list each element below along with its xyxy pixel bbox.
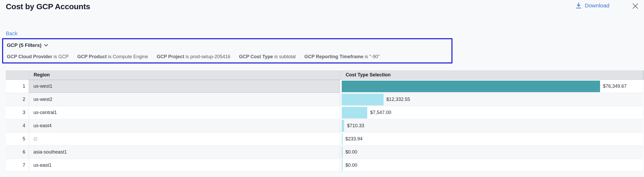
cost-value: $233.94 xyxy=(345,136,363,142)
cost-bar xyxy=(342,146,343,158)
table-header-row: Region Cost Type Selection xyxy=(6,70,643,80)
filter-item-project: GCP Project is prod-setup-205416 xyxy=(157,54,230,60)
scrollbar-corner xyxy=(643,70,644,80)
cost-value: $12,332.55 xyxy=(386,97,410,102)
cost-bar xyxy=(342,81,600,92)
row-number-column-header xyxy=(6,70,29,80)
cost-cell[interactable]: $76,349.67 xyxy=(340,80,643,93)
cost-bar xyxy=(342,120,344,132)
row-number-cell: 6 xyxy=(6,146,29,159)
region-cell[interactable]: ∅ xyxy=(29,132,340,145)
row-number-cell: 3 xyxy=(6,106,29,119)
download-icon xyxy=(576,2,582,9)
filter-item-cloud-provider: GCP Cloud Provider is GCP xyxy=(7,54,69,60)
close-button[interactable] xyxy=(631,2,640,11)
cost-bar xyxy=(342,107,367,119)
table-row: 4 us-east4 $710.33 xyxy=(6,119,643,132)
filter-item-product: GCP Product is Compute Engine xyxy=(77,54,148,60)
cost-column-header[interactable]: Cost Type Selection xyxy=(340,70,643,80)
cost-value: $7,547.00 xyxy=(370,110,391,115)
table-row: 3 us-central1 $7,547.00 xyxy=(6,106,643,119)
page-title: Cost by GCP Accounts xyxy=(6,2,90,11)
region-column-header[interactable]: Region xyxy=(29,70,340,80)
filter-items: GCP Cloud Provider is GCP GCP Product is… xyxy=(7,54,380,60)
row-number-cell: 5 xyxy=(6,132,29,145)
filter-item-cost-type: GCP Cost Type is subtotal xyxy=(239,54,295,60)
row-number-cell: 4 xyxy=(6,119,29,132)
cost-cell[interactable]: $0.00 xyxy=(340,146,643,159)
row-number-cell: 7 xyxy=(6,159,29,171)
cost-value: $0.00 xyxy=(345,163,357,168)
cost-cell[interactable]: $12,332.55 xyxy=(340,93,643,106)
filter-item-reporting-timeframe: GCP Reporting Timeframe is "-90" xyxy=(304,54,380,60)
region-cell[interactable]: us-east1 xyxy=(29,159,340,171)
table-row: 2 us-west2 $12,332.55 xyxy=(6,93,643,106)
region-cell[interactable]: asia-southeast1 xyxy=(29,146,340,159)
region-cell[interactable]: us-west1 xyxy=(29,80,340,93)
download-label: Download xyxy=(585,2,609,9)
region-cell[interactable]: us-east4 xyxy=(29,119,340,132)
table-row: 6 asia-southeast1 $0.00 xyxy=(6,146,643,159)
cost-value: $710.33 xyxy=(347,123,364,129)
row-number-cell: 2 xyxy=(6,93,29,106)
cost-cell[interactable]: $233.94 xyxy=(340,132,643,145)
region-cell[interactable]: us-west2 xyxy=(29,93,340,106)
close-icon xyxy=(632,2,639,10)
download-button[interactable]: Download xyxy=(576,2,609,9)
row-number-cell: 1 xyxy=(6,80,29,93)
cost-value: $0.00 xyxy=(345,149,357,155)
filter-summary-label: GCP (5 Filters) xyxy=(7,42,42,48)
table-row: 7 us-east1 $0.00 xyxy=(6,159,643,172)
cost-bar xyxy=(342,94,384,105)
region-cell[interactable]: us-central1 xyxy=(29,106,340,119)
cost-bar xyxy=(342,133,343,145)
chevron-down-icon xyxy=(44,44,48,47)
cost-cell[interactable]: $0.00 xyxy=(340,159,643,171)
table-row: 1 us-west1 $76,349.67 xyxy=(6,80,643,93)
filter-panel: GCP (5 Filters) GCP Cloud Provider is GC… xyxy=(2,38,452,63)
cost-table: Region Cost Type Selection 1 us-west1 $7… xyxy=(6,70,643,172)
cost-bar xyxy=(342,159,343,171)
back-link[interactable]: Back xyxy=(6,31,17,37)
null-region-value: ∅ xyxy=(33,136,38,142)
cost-cell[interactable]: $7,547.00 xyxy=(340,106,643,119)
table-row: 5 ∅ $233.94 xyxy=(6,132,643,146)
cost-cell[interactable]: $710.33 xyxy=(340,119,643,132)
cost-value: $76,349.67 xyxy=(603,83,627,89)
filter-group-toggle[interactable]: GCP (5 Filters) xyxy=(7,42,48,48)
